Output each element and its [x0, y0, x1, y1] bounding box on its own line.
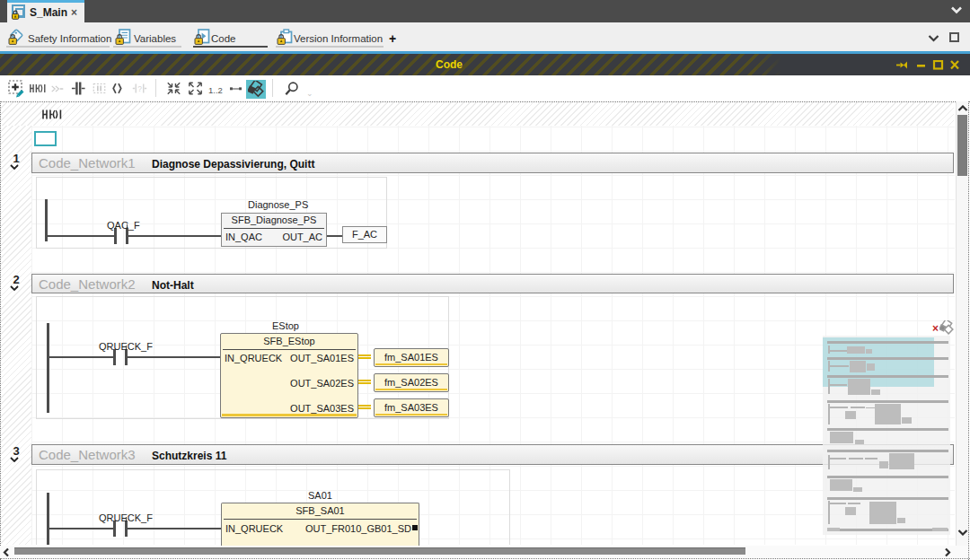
svg-text:?: ?	[137, 84, 142, 93]
